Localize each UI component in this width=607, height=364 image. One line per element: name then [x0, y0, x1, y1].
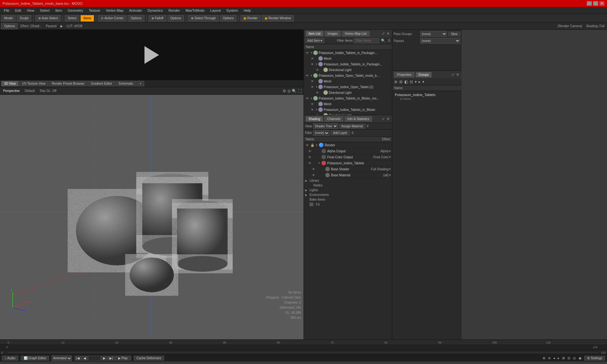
transport-icon-4[interactable]: ▸ [558, 356, 560, 360]
graph-editor-button[interactable]: 📊 Graph Editor [21, 356, 49, 361]
shader-material-row[interactable]: 👁 ▾ Potassium_Iodine_Tablets [304, 160, 392, 166]
shader-base-shader-row[interactable]: 👁 Base Shader Full Shading ▾ [304, 166, 392, 172]
pass-groups-dropdown[interactable]: (none) [420, 31, 447, 37]
list-item[interactable]: 👁 Mesh [304, 101, 392, 107]
menu-help[interactable]: Help [241, 8, 254, 13]
expand-icon[interactable]: ▾ [310, 51, 313, 54]
select-button[interactable]: Select [65, 15, 79, 21]
list-item[interactable]: 👁 Mesh [304, 78, 392, 84]
perspective-mode[interactable]: Perspective [2, 89, 21, 93]
list-item[interactable]: 👁 Directional Light [304, 67, 392, 73]
filter-dropdown[interactable]: (none) [313, 130, 329, 136]
action-center-button[interactable]: ⊙ Action Center [98, 15, 126, 21]
menu-file[interactable]: File [1, 8, 12, 13]
tab-3d-view[interactable]: 3D View [1, 81, 19, 86]
menu-geometry[interactable]: Geometry [65, 8, 85, 13]
close-button[interactable]: ✕ [599, 1, 604, 6]
options2-button[interactable]: Options [168, 15, 184, 21]
expand-icon[interactable]: ▾ [310, 97, 313, 100]
tab-groups[interactable]: Groups [416, 72, 432, 77]
prev-frame-button[interactable]: ◀ [82, 356, 88, 361]
shader-final-color-row[interactable]: 👁 Final Color Output Final Color ▾ [304, 154, 392, 160]
menu-edit[interactable]: Edit [13, 8, 24, 13]
add-item-button[interactable]: Add Item ▾ [305, 38, 324, 43]
menu-select[interactable]: Select [37, 8, 52, 13]
timeline-track[interactable]: 0 120 [0, 345, 607, 350]
audio-button[interactable]: ♪ Audio [2, 356, 18, 361]
list-item[interactable]: 👁 Directional Light [304, 90, 392, 95]
effect-dropdown[interactable]: ▾ [389, 173, 391, 177]
expand-icon[interactable]: ▶ [305, 189, 308, 192]
maximize-button[interactable]: □ [593, 1, 598, 6]
effect-dropdown[interactable]: ▾ [389, 149, 391, 153]
effect-dropdown[interactable]: ▾ [389, 167, 391, 171]
tab-channels[interactable]: Channels [324, 116, 343, 122]
group-item[interactable]: Potassium_Iodine_Tablets [394, 92, 460, 97]
auto-select-button[interactable]: ⊕ Auto Select [35, 15, 61, 21]
vis-icon[interactable]: 👁 [311, 167, 316, 171]
new-button[interactable]: New [448, 32, 460, 36]
prev-key-button[interactable]: |◀ [75, 356, 81, 361]
groups-icon-4[interactable]: ⊟ [409, 80, 414, 84]
expand-icon[interactable]: ▾ [316, 143, 319, 147]
category-fx[interactable]: FX [304, 202, 392, 207]
category-lights[interactable]: ▶ Lights [304, 188, 392, 192]
transport-icon-1[interactable]: ⊕ [543, 356, 545, 360]
default-label[interactable]: Default [23, 89, 36, 93]
expand-icon[interactable]: ▶ [305, 179, 308, 182]
vis-icon[interactable]: 👁 [315, 68, 320, 72]
play-transport-button[interactable]: ▶ Play [115, 356, 131, 361]
list-item[interactable]: 👁 ▾ Potassium_Iodine_Tablets_in_Blister_… [304, 95, 392, 101]
groups-icon-3[interactable]: ◧ [404, 80, 408, 84]
category-bake-items[interactable]: Bake Items [304, 197, 392, 202]
tab-properties[interactable]: Properties [394, 72, 414, 77]
item-list-content[interactable]: 👁 ▾ Potassium_Iodide_Tablets_in_Packagin… [304, 50, 392, 115]
vis-icon[interactable]: 👁 [315, 91, 320, 94]
menu-maxtomodo[interactable]: MaxToModo [183, 8, 207, 13]
tab-gradient-editor[interactable]: Gradient Editor [88, 81, 115, 86]
transport-icon-5[interactable]: ⊞ [562, 356, 565, 360]
tab-uv-texture[interactable]: UV Texture View [19, 81, 48, 86]
item-search-input[interactable] [354, 38, 379, 43]
list-item[interactable]: 👁 ▾ Potassium_Iodide_Tablets_in_Packagin… [304, 61, 392, 67]
vis-icon[interactable]: 👁 [310, 102, 315, 106]
shading-close-icon[interactable]: ✕ [386, 117, 390, 121]
menu-vertex-map[interactable]: Vertex Map [103, 8, 126, 13]
panel-expand-icon[interactable]: ⤢ [381, 31, 385, 36]
vis-icon[interactable]: 👁 [305, 51, 310, 55]
preview-viewport[interactable] [0, 30, 304, 80]
options1-button[interactable]: Options [128, 15, 144, 21]
expand-icon[interactable]: ▾ [315, 108, 318, 111]
list-item[interactable]: 👁 Directional Light [304, 112, 392, 115]
camera-icon[interactable]: ◎ [287, 89, 291, 93]
expand-icon[interactable]: ▶ [305, 193, 308, 197]
tab-schematic[interactable]: Schematic [116, 81, 136, 86]
transport-icon-2[interactable]: ⊖ [548, 356, 551, 360]
cache-deformers-button[interactable]: Cache Deformers [134, 356, 164, 361]
next-key-button[interactable]: ▶| [108, 356, 114, 361]
list-item[interactable]: 👁 ▾ Potassium_Iodine_Open_Tablet_modo_b.… [304, 73, 392, 78]
search-vp-icon[interactable]: 🔍 [292, 89, 297, 93]
vis-icon[interactable]: 👁 [305, 143, 310, 147]
vis-icon[interactable]: 👁 [310, 85, 315, 89]
frame-input[interactable]: 0 [88, 356, 101, 361]
category-environments[interactable]: ▶ Environments [304, 192, 392, 197]
search-icon[interactable]: 🔍 [380, 38, 386, 43]
options-dropdown[interactable]: Options [1, 23, 18, 29]
groups-icon-7[interactable]: ▾ [422, 80, 425, 84]
passes-dropdown[interactable]: (none) [420, 38, 460, 44]
options3-button[interactable]: Options [220, 15, 236, 21]
menu-item[interactable]: Item [53, 8, 64, 13]
vis-icon[interactable]: 👁 [310, 80, 315, 83]
shading-expand-icon[interactable]: ⤢ [381, 117, 385, 121]
transport-icon-7[interactable]: ◎ [573, 356, 576, 360]
next-frame-button[interactable]: ▶ [101, 356, 107, 361]
animated-dropdown[interactable]: Animated [52, 355, 72, 361]
category-nodes[interactable]: Nodes [304, 183, 392, 188]
expand-icon[interactable]: ⛶ [298, 89, 302, 93]
tab-images[interactable]: Images [325, 31, 341, 36]
transport-icon-8[interactable]: ◉ [579, 356, 582, 360]
settings-button[interactable]: ⚙ Settings [584, 356, 605, 361]
menu-system[interactable]: System [224, 8, 241, 13]
vis-icon[interactable]: 👁 [310, 108, 315, 112]
